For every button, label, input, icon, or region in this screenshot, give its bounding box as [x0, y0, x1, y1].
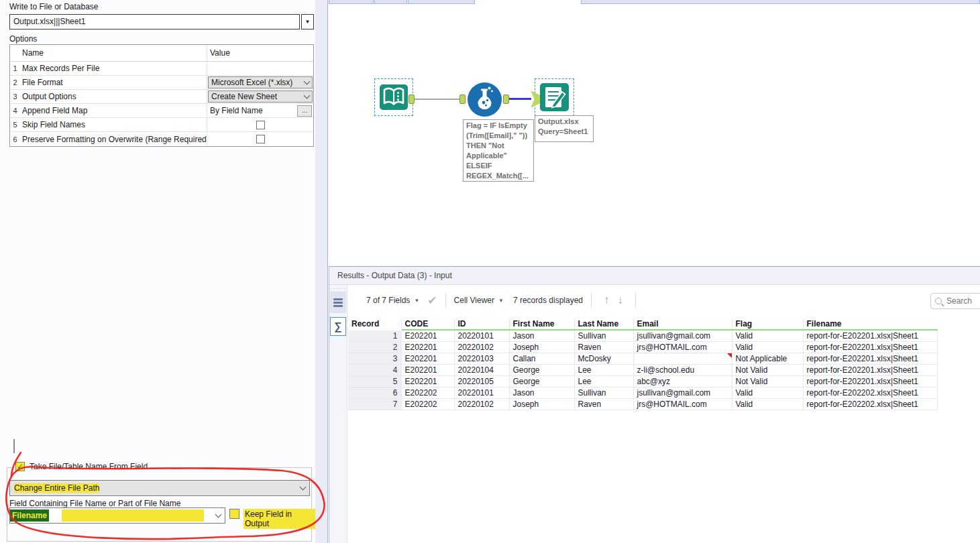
formula-tool-input-anchor[interactable]: [459, 95, 466, 104]
table-cell[interactable]: Raven: [574, 399, 633, 410]
table-cell[interactable]: E202201: [401, 353, 454, 365]
skip-field-names-checkbox[interactable]: [256, 121, 265, 129]
option-row-append-field-map[interactable]: 4 Append Field Map By Field Name ...: [10, 104, 313, 118]
column-header-flag[interactable]: Flag: [732, 318, 803, 330]
table-cell[interactable]: Not Valid: [732, 376, 803, 387]
table-cell[interactable]: Lee: [574, 376, 633, 387]
workflow-canvas[interactable]: Flag = IF IsEmpty (Trim([Email]," ")) TH…: [329, 0, 980, 266]
input-tool-output-anchor[interactable]: [409, 95, 415, 104]
table-cell[interactable]: report-for-E202201.xlsx|Sheet1: [803, 330, 937, 342]
keep-field-checkbox[interactable]: [229, 509, 239, 519]
table-cell[interactable]: George: [509, 376, 574, 387]
down-arrow-icon[interactable]: ↓: [618, 294, 624, 307]
fields-summary-dropdown[interactable]: 7 of 7 Fields: [366, 296, 410, 305]
table-cell[interactable]: George: [509, 365, 574, 376]
table-cell[interactable]: [633, 353, 732, 365]
record-number-cell[interactable]: 3: [348, 353, 401, 365]
table-cell[interactable]: Sullivan: [574, 330, 633, 342]
apply-check-icon[interactable]: ✔: [427, 294, 437, 308]
table-cell[interactable]: report-for-E202202.xlsx|Sheet1: [803, 387, 937, 399]
record-number-cell[interactable]: 7: [348, 399, 401, 410]
option-row-output-options[interactable]: 3 Output Options Create New Sheet: [10, 90, 313, 104]
table-cell[interactable]: Valid: [732, 399, 803, 410]
table-cell[interactable]: report-for-E202202.xlsx|Sheet1: [803, 399, 937, 410]
take-file-name-checkbox[interactable]: ✓: [15, 462, 25, 471]
record-number-cell[interactable]: 6: [348, 387, 401, 399]
caret-down-icon[interactable]: ▼: [498, 298, 504, 304]
connection-formula-to-output[interactable]: [509, 98, 531, 100]
workflow-tab-area[interactable]: [581, 0, 980, 4]
drag-handle-icon[interactable]: ·····: [329, 286, 347, 290]
caret-down-icon[interactable]: ▼: [414, 298, 419, 304]
formula-tool-output-anchor[interactable]: [503, 95, 509, 104]
formula-annotation[interactable]: Flag = IF IsEmpty (Trim([Email]," ")) TH…: [463, 119, 534, 182]
table-cell[interactable]: E202201: [401, 365, 454, 376]
table-cell[interactable]: E202201: [401, 330, 454, 342]
column-header-first-name[interactable]: First Name: [509, 318, 574, 330]
column-header-email[interactable]: Email: [633, 318, 732, 330]
column-header-record[interactable]: Record: [348, 318, 401, 330]
field-name-dropdown[interactable]: Filename: [9, 507, 225, 524]
record-number-cell[interactable]: 4: [348, 365, 401, 376]
cell-viewer-dropdown[interactable]: Cell Viewer: [454, 296, 494, 305]
column-header-id[interactable]: ID: [454, 318, 509, 330]
splitter-handle[interactable]: [13, 439, 15, 453]
input-data-tool[interactable]: [379, 82, 409, 114]
column-header-filename[interactable]: Filename: [803, 318, 937, 330]
output-data-tool[interactable]: [539, 82, 569, 115]
table-cell[interactable]: report-for-E202201.xlsx|Sheet1: [803, 365, 937, 376]
data-view-button[interactable]: [330, 292, 346, 313]
record-number-cell[interactable]: 5: [348, 376, 401, 387]
table-cell[interactable]: Raven: [574, 342, 633, 353]
table-cell[interactable]: 20220101: [454, 330, 509, 342]
table-cell[interactable]: 20220102: [454, 342, 509, 353]
output-options-dropdown[interactable]: Create New Sheet: [208, 90, 313, 103]
search-box[interactable]: [930, 293, 980, 309]
table-cell[interactable]: Jason: [509, 387, 574, 399]
connection-input-to-formula[interactable]: [415, 99, 459, 100]
table-cell[interactable]: Valid: [732, 387, 803, 399]
column-header-code[interactable]: CODE: [401, 318, 454, 330]
table-cell[interactable]: jrs@HOTMAIL.com: [633, 342, 732, 353]
table-cell[interactable]: E202201: [401, 376, 454, 387]
record-number-cell[interactable]: 2: [348, 342, 401, 353]
table-cell[interactable]: Not Applicable: [732, 353, 803, 365]
table-cell[interactable]: E202202: [401, 387, 454, 399]
table-cell[interactable]: report-for-E202201.xlsx|Sheet1: [803, 342, 937, 353]
table-cell[interactable]: report-for-E202201.xlsx|Sheet1: [803, 376, 937, 387]
preserve-formatting-checkbox[interactable]: [256, 135, 265, 143]
option-row-preserve-formatting[interactable]: 6 Preserve Formatting on Overwrite (Rang…: [10, 132, 313, 146]
workflow-tab[interactable]: [374, 0, 407, 4]
table-cell[interactable]: Valid: [732, 330, 803, 342]
table-cell[interactable]: Valid: [732, 342, 803, 353]
option-row-skip-field-names[interactable]: 5 Skip Field Names: [10, 118, 313, 132]
panel-divider[interactable]: [315, 0, 328, 543]
table-cell[interactable]: E202201: [401, 342, 454, 353]
table-cell[interactable]: Not Valid: [732, 365, 803, 376]
table-cell[interactable]: E202202: [401, 399, 454, 410]
table-cell[interactable]: 20220104: [454, 365, 509, 376]
connection-combo-dropdown-button[interactable]: ▼: [301, 14, 314, 29]
workflow-tab[interactable]: [329, 0, 374, 4]
search-input[interactable]: [945, 296, 979, 306]
up-arrow-icon[interactable]: ↑: [604, 294, 610, 307]
table-cell[interactable]: 20220103: [454, 353, 509, 365]
table-cell[interactable]: Sullivan: [574, 387, 633, 399]
formula-tool[interactable]: [467, 82, 502, 119]
workflow-tab[interactable]: [408, 0, 475, 4]
file-name-mode-dropdown[interactable]: Change Entire File Path: [9, 480, 310, 496]
max-records-input[interactable]: [207, 62, 313, 75]
table-cell[interactable]: Joseph: [509, 342, 574, 353]
option-row-max-records[interactable]: 1 Max Records Per File: [10, 62, 313, 76]
table-cell[interactable]: 20220101: [454, 387, 509, 399]
table-cell[interactable]: 20220102: [454, 399, 509, 410]
column-header-last-name[interactable]: Last Name: [574, 318, 633, 330]
table-cell[interactable]: abc@xyz: [633, 376, 732, 387]
table-cell[interactable]: Callan: [509, 353, 574, 365]
table-cell[interactable]: Jason: [509, 330, 574, 342]
table-cell[interactable]: jsullivan@gmail.com: [633, 387, 732, 399]
record-number-cell[interactable]: 1: [348, 330, 401, 342]
table-cell[interactable]: z-li@school.edu: [633, 365, 732, 376]
file-format-dropdown[interactable]: Microsoft Excel (*.xlsx): [208, 76, 313, 88]
table-cell[interactable]: McDosky: [574, 353, 633, 365]
